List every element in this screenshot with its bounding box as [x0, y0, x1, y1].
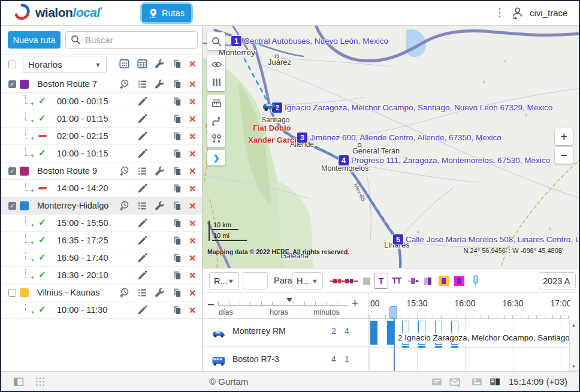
edit-pencil-icon[interactable]: [137, 236, 147, 246]
calendar-days-icon[interactable]: [119, 59, 129, 69]
select-all-checkbox[interactable]: [8, 61, 16, 68]
hour-select[interactable]: H... ▼: [292, 272, 323, 290]
copy-icon[interactable]: [172, 253, 182, 263]
delete-icon[interactable]: ✕: [189, 305, 197, 315]
route-name[interactable]: Boston Route 9: [37, 166, 97, 176]
schedule-row[interactable]: 02:00 - 02:15 ✕: [1, 128, 202, 145]
copy-icon[interactable]: [172, 166, 182, 176]
vehicle-car-icon[interactable]: [261, 97, 279, 114]
settings-wrench-icon[interactable]: [155, 288, 165, 298]
route-name[interactable]: Boston Route 7: [37, 79, 97, 89]
edit-pencil-icon[interactable]: [137, 253, 147, 263]
schedule-time[interactable]: 01:00 - 01:15: [57, 114, 108, 123]
delete-icon[interactable]: ✕: [189, 149, 197, 159]
apps-grid-icon[interactable]: [35, 376, 46, 387]
marker-line-icon[interactable]: [407, 276, 419, 286]
gradient-block-icon[interactable]: [423, 276, 433, 286]
zoom-out-button[interactable]: −: [555, 147, 573, 164]
unit-label-xander-garcia[interactable]: Xander García: [248, 135, 301, 144]
text-option-selected[interactable]: T: [374, 273, 388, 289]
schedule-time[interactable]: 00:00 - 00:15: [57, 97, 108, 106]
delete-icon[interactable]: ✕: [189, 288, 197, 298]
schedule-row[interactable]: ✓ 00:00 - 00:15 ✕: [1, 93, 202, 110]
copy-icon[interactable]: [172, 59, 182, 69]
new-route-button[interactable]: Nueva ruta: [8, 31, 61, 49]
route-filter-select[interactable]: R... ▼: [209, 272, 239, 290]
route-group-row-selected[interactable]: ✓ Monterrey-Hidalgo ✕: [1, 197, 202, 215]
track-icon[interactable]: [207, 112, 225, 129]
map-marker-5[interactable]: 5: [393, 234, 403, 245]
route-checkbox[interactable]: ✓: [8, 167, 16, 175]
delete-icon[interactable]: ✕: [189, 183, 197, 194]
edit-pencil-icon[interactable]: [137, 218, 147, 228]
delete-icon[interactable]: ✕: [189, 59, 197, 69]
date-picker[interactable]: 2023 A: [539, 272, 576, 290]
copy-icon[interactable]: [172, 270, 182, 281]
calendar-grid-icon[interactable]: [137, 59, 147, 69]
route-group-row[interactable]: ✓ Boston Route 9 ✕: [1, 162, 202, 180]
copy-icon[interactable]: [172, 114, 182, 124]
map-layers-icon[interactable]: [207, 73, 225, 91]
cursor-marker-icon[interactable]: [472, 275, 479, 287]
filter-select[interactable]: Horarios ▼: [23, 56, 107, 73]
schedule-row[interactable]: ✓ 16:50 - 17:40 ✕: [1, 249, 202, 267]
schedule-list-icon[interactable]: [137, 166, 147, 176]
route-group-row[interactable]: ✓ Boston Route 7 ✕: [1, 76, 202, 93]
interval-style-icon[interactable]: [329, 276, 359, 286]
copy-icon[interactable]: [172, 201, 182, 211]
copy-icon[interactable]: [172, 218, 182, 228]
schedule-list-icon[interactable]: [137, 288, 147, 298]
edit-pencil-icon[interactable]: [137, 97, 147, 107]
delete-icon[interactable]: ✕: [189, 97, 197, 107]
copy-icon[interactable]: [172, 131, 182, 141]
search-input[interactable]: [65, 31, 198, 49]
schedule-time[interactable]: 02:00 - 02:15: [57, 131, 108, 141]
collapse-panel-icon[interactable]: [13, 376, 24, 387]
edit-pencil-icon[interactable]: [137, 305, 147, 315]
copy-icon[interactable]: [172, 305, 182, 315]
delete-icon[interactable]: ✕: [189, 253, 197, 263]
schedule-row[interactable]: ✓ 10:00 - 11:30 ✕: [1, 301, 202, 319]
delete-icon[interactable]: ✕: [189, 131, 197, 141]
kebab-menu-icon[interactable]: ⋮: [494, 6, 506, 19]
delete-icon[interactable]: ✕: [189, 236, 197, 246]
schedule-time[interactable]: 16:50 - 17:40: [57, 253, 108, 263]
route-checkbox[interactable]: ✓: [8, 202, 16, 210]
copy-icon[interactable]: [172, 97, 182, 107]
tab-rutas[interactable]: Rutas: [140, 2, 193, 24]
schedule-row[interactable]: ✓ 16:35 - 17:25 ✕: [1, 232, 202, 249]
edit-pencil-icon[interactable]: [137, 149, 147, 159]
timeline-unit-row[interactable]: Boston R7-3 4 1: [203, 347, 368, 371]
delete-icon[interactable]: ✕: [189, 79, 197, 89]
schedule-time[interactable]: 10:00 - 10:15: [57, 149, 108, 158]
settings-wrench-icon[interactable]: [155, 79, 165, 89]
timeline-zoom-out[interactable]: −: [207, 298, 215, 312]
delete-icon[interactable]: ✕: [189, 270, 197, 281]
nearest-units-icon[interactable]: [207, 130, 225, 147]
unit-label-fiat-doblo[interactable]: Fiat Doblo: [253, 123, 291, 132]
copy-icon[interactable]: [172, 288, 182, 298]
map-marker-3[interactable]: 3: [297, 132, 307, 143]
schedule-row[interactable]: 14:00 - 14:20 ✕: [1, 180, 202, 197]
map-search-icon[interactable]: [207, 32, 225, 50]
timeline-chart[interactable]: 15:00 15:30 16:00 16:30 17:00 2 Ignacio …: [368, 293, 570, 371]
yellow-block-icon[interactable]: [439, 276, 449, 286]
settings-wrench-icon[interactable]: [155, 166, 165, 176]
log-icon[interactable]: [431, 376, 442, 387]
delete-icon[interactable]: ✕: [189, 218, 197, 228]
route-checkbox[interactable]: ✓: [8, 80, 16, 88]
add-schedule-icon[interactable]: [119, 201, 129, 211]
copy-icon[interactable]: [172, 149, 182, 159]
schedule-time[interactable]: 15:00 - 15:50: [57, 218, 108, 228]
messages-icon[interactable]: [449, 376, 460, 387]
schedule-row[interactable]: ✓ 01:00 - 01:15 ✕: [1, 110, 202, 128]
delete-icon[interactable]: ✕: [189, 166, 197, 176]
route-name[interactable]: Vilnius - Kaunas: [37, 288, 100, 297]
magenta-block-icon[interactable]: [454, 276, 464, 286]
user-switch-icon[interactable]: [510, 7, 524, 20]
username-label[interactable]: civi_trace: [530, 8, 567, 18]
schedule-time[interactable]: 16:35 - 17:25: [57, 236, 108, 245]
edit-pencil-icon[interactable]: [137, 183, 147, 194]
chevron-right-icon[interactable]: ❯: [207, 150, 225, 165]
timeline-cursor-thumb[interactable]: [389, 306, 397, 319]
